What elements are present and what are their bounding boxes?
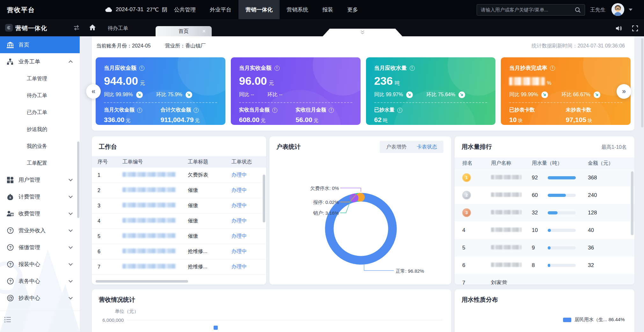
sidebar-item-label: 营业外收入 [18,227,46,234]
sidebar-item-1[interactable]: 业务工单 [0,53,80,70]
ranking-row-4: 5 936 [455,239,634,256]
workorder-row-6[interactable]: 7 抢维修... 办理中 [92,259,266,275]
workorder-row-5[interactable]: 6 抢维修... 办理中 [92,244,266,259]
account-month: 2024-05 [132,43,151,48]
tab-home[interactable]: 首页 ✕ [156,26,212,36]
collapse-handle[interactable] [323,29,402,36]
carousel-prev-button[interactable]: « [86,84,101,99]
sidebar-item-0[interactable]: 首页 [0,36,80,53]
info-icon[interactable]: ! [274,66,280,71]
water-bar [548,264,576,267]
home-icon[interactable] [89,25,96,30]
sidebar-item-7[interactable]: ? 报装中心 [0,256,80,273]
top-nav-item-0[interactable]: 公共管理 [167,0,203,19]
ranking-row-3: 4 1040 [455,221,634,239]
workorder-status-link[interactable]: 办理中 [231,202,266,209]
workorder-status-link[interactable]: 办理中 [231,263,266,270]
sidebar-subitem-1-3[interactable]: 抄送我的 [0,121,80,138]
ranking-scrollbar[interactable] [631,171,633,235]
tab-todo-workorder[interactable]: 待办工单 [108,25,128,32]
info-icon[interactable]: ! [410,66,415,71]
card-title: 当月实收金额! [239,64,352,72]
sidebar-subitem-1-1[interactable]: 待办工单 [0,87,80,104]
redacted-workorder-id [122,187,176,192]
card-sub-0: 当月欠收金额! 336.00元 [104,107,160,124]
top-nav-item-1[interactable]: 外业平台 [203,0,238,19]
workorder-status-link[interactable]: 办理中 [231,248,266,255]
meter-icon [6,294,14,302]
sidebar-subitem-1-0[interactable]: 工单管理 [0,70,80,87]
redacted-user-name [491,175,522,179]
info-icon[interactable]: ! [194,108,199,113]
page-scrollbar[interactable] [641,38,643,127]
fullscreen-icon[interactable] [632,25,638,32]
top-nav-item-2[interactable]: 营销一体化 [238,0,280,19]
water-nature-legend: 居民用水（生... 86.44% [563,317,625,323]
person-icon [6,210,14,218]
top-nav-item-4[interactable]: 报装 [315,0,340,19]
workbench-horizontal-scrollbar[interactable] [96,280,188,283]
card-sub-0: 已抄表卡数 10块 [509,107,566,124]
revenue-stats-panel: 营收情况统计 单位（元） 6,000,000 [92,289,451,332]
redacted-workorder-id [122,233,176,238]
menu-list-icon[interactable] [4,317,11,322]
global-search-input[interactable]: 请输入用户或客户关键字/菜单... [477,4,585,16]
sidebar-subitem-1-4[interactable]: 我的业务 [0,138,80,155]
info-icon[interactable]: ! [550,66,555,71]
sidebar-item-5[interactable]: ? 营业外收入 [0,222,80,239]
sidebar-subitem-1-2[interactable]: 已办工单 [0,104,80,121]
info-icon[interactable]: ! [397,108,402,113]
top-nav-item-5[interactable]: 更多 [340,0,365,19]
sidebar-item-4[interactable]: 收费管理 [0,205,80,222]
workorder-status-link[interactable]: 办理中 [231,218,266,224]
water-nature-panel: 用水性质分布 居民用水（生... 86.44% [455,289,634,332]
sidebar-subitem-1-5[interactable]: 工单配置 [0,155,80,171]
sidebar-item-6[interactable]: ? 催缴管理 [0,239,80,256]
sidebar-item-2[interactable]: 用户管理 [0,171,80,188]
stat-card-3: 当月抄表完成率! % 同比 99.99% 环比 66.67% 已抄表卡数 10块… [501,57,631,125]
search-icon[interactable] [575,7,581,13]
card-value: 944.00元 [104,75,217,87]
stat-card-2: 当月应收水量! 236吨 同比 99.97% 环比 75.64% 已抄水量! 6… [366,57,496,125]
carousel-next-button[interactable]: » [617,84,631,99]
workorder-status-link[interactable]: 办理中 [231,172,266,178]
topbar: 营收平台 2024-07-31 27℃ 阴 公共管理外业平台营销一体化营销系统报… [0,0,644,19]
workorder-row-1[interactable]: 2 催缴 办理中 [92,183,266,198]
switch-module-icon[interactable] [73,25,80,31]
workorder-row-3[interactable]: 4 催缴 办理中 [92,213,266,229]
avatar[interactable] [611,3,624,16]
sidebar-item-3[interactable]: s 计费管理 [0,188,80,205]
user-menu-caret-icon[interactable] [629,9,633,11]
sidebar-item-9[interactable]: 抄表中心 [0,290,80,307]
top-nav-item-3[interactable]: 营销系统 [280,0,315,19]
info-icon[interactable]: ! [272,108,277,113]
account-context: 当前账务月份：2024-05 营业所：香山镇厂 [96,43,218,49]
sound-icon[interactable] [615,25,622,32]
org-icon [6,58,14,66]
meter-stats-panel: 户表统计 户表增势卡表状态 欠费停水: 0% 报停: 0.02% 销户: 3.1… [269,136,451,285]
tab-close-icon[interactable]: ✕ [202,28,206,34]
sidebar-item-label: 收费管理 [18,210,40,217]
sidebar-item-label: 业务工单 [18,58,40,65]
redacted-user-name [491,227,522,232]
medal-bronze-icon: 3 [462,208,471,217]
sidebar-scrollbar[interactable] [77,141,79,218]
sidebar-item-8[interactable]: ? 表务中心 [0,273,80,290]
workorder-status-link[interactable]: 办理中 [231,187,266,194]
workbench-vertical-scrollbar[interactable] [263,175,265,222]
workorder-row-2[interactable]: 3 催缴 办理中 [92,198,266,213]
svg-text:s: s [9,196,11,199]
office-name: 香山镇厂 [185,43,206,48]
workorder-status-link[interactable]: 办理中 [231,233,266,240]
info-icon[interactable]: ! [137,108,142,113]
money-icon: s [6,193,14,201]
info-icon[interactable]: ! [139,66,144,71]
tab-home-label: 首页 [165,28,202,35]
workorder-row-0[interactable]: 1 欠费拆表 办理中 [92,168,266,183]
ranking-row-5: 6 832 [455,256,634,274]
card-sub-0: 实收当月金额! 608.00元 [239,107,296,124]
info-icon[interactable]: ! [329,108,334,113]
workorder-row-4[interactable]: 5 催缴 办理中 [92,229,266,244]
user-name[interactable]: 王先生 [590,7,605,13]
water-nature-title: 用水性质分布 [455,289,634,304]
